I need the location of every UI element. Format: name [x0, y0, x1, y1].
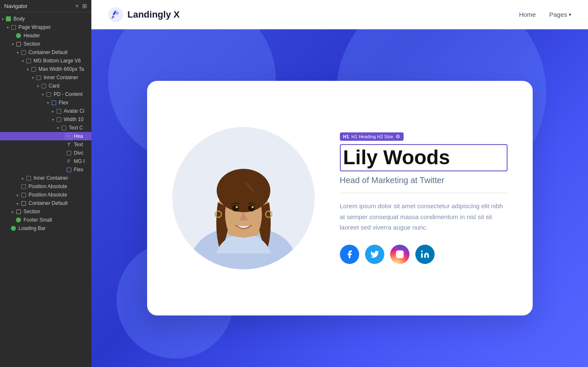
arrow-max-width[interactable] [25, 67, 30, 72]
tree-item-container-default[interactable]: Container Default [0, 48, 91, 57]
logo-icon [108, 7, 123, 22]
label-section2: Section [23, 209, 40, 215]
tree-item-container-default2[interactable]: Container Default [0, 199, 91, 207]
tree-item-max-width[interactable]: Max Width 660px Ta [0, 65, 91, 73]
label-footer-small: Footer Small [23, 217, 52, 223]
tree-item-width10[interactable]: Width 10 [0, 115, 91, 124]
tree-item-footer-small[interactable]: Footer Small [0, 216, 91, 224]
heading-wrapper: Lily Woods [340, 144, 508, 171]
tree-item-divider[interactable]: Divc [0, 149, 91, 157]
main-content: Landingly X Home Pages [91, 0, 588, 367]
arrow-inner-container2[interactable] [20, 176, 25, 181]
arrow-flex1[interactable] [45, 101, 50, 105]
tree-item-position-abs1[interactable]: Position Absolute [0, 182, 91, 191]
badge-h1: H1 [343, 134, 349, 139]
arrow-position-abs2[interactable] [15, 193, 20, 197]
arrow-text-c[interactable] [55, 126, 60, 130]
bio-text: Lorem ipsum dolor sit amet consectetur a… [340, 201, 508, 233]
tree-item-card[interactable]: Card [0, 82, 91, 90]
arrow-container-default[interactable] [15, 50, 20, 55]
tree-item-mg-i[interactable]: P MG I [0, 157, 91, 165]
tree-item-inner-container1[interactable]: Inner Container [0, 73, 91, 82]
person-title: Head of Marketing at Twitter [340, 176, 508, 185]
label-flex2: Flex [74, 167, 83, 173]
close-icon[interactable]: × [75, 3, 79, 9]
label-section1: Section [23, 41, 40, 47]
tree-item-avatar-ci[interactable]: Avatar Ci [0, 107, 91, 115]
tree-item-flex2[interactable]: Flex [0, 165, 91, 174]
navigator-panel: Navigator × ⊞ Body Page Wrapper Header S… [0, 0, 91, 367]
arrow-card[interactable] [35, 84, 40, 88]
twitter-icon[interactable] [365, 245, 384, 264]
label-position-abs1: Position Absolute [28, 184, 67, 189]
svg-point-15 [421, 250, 422, 252]
nav-pages[interactable]: Pages [549, 11, 571, 18]
tree-item-text[interactable]: T Text [0, 140, 91, 149]
panel-title: Navigator [4, 3, 28, 9]
linkedin-icon[interactable] [415, 245, 435, 264]
label-mg-bottom: MG Bottom Large V6 [34, 58, 81, 64]
tree-item-header[interactable]: Header [0, 31, 91, 40]
tree-item-inner-container2[interactable]: Inner Container [0, 174, 91, 182]
arrow-width10[interactable] [50, 117, 55, 122]
label-inner-container1: Inner Container [44, 75, 78, 80]
label-position-abs2: Position Absolute [28, 192, 67, 198]
label-flex1: Flex [59, 100, 68, 106]
arrow-page-wrapper[interactable] [5, 25, 10, 30]
label-max-width: Max Width 660px Ta [39, 66, 84, 72]
tree-item-position-abs2[interactable]: Position Absolute [0, 191, 91, 199]
arrow-container-default2[interactable] [15, 201, 20, 206]
profile-card: H1 H1 Heading H2 Size ⚙ Lily Woods Head … [147, 81, 533, 315]
label-avatar-ci: Avatar Ci [64, 108, 84, 114]
arrow-avatar-ci[interactable] [50, 109, 55, 114]
label-container-default2: Container Default [28, 200, 67, 206]
tree-item-mg-bottom[interactable]: MG Bottom Large V6 [0, 57, 91, 65]
label-inner-container2: Inner Container [34, 175, 68, 181]
tree-item-section1[interactable]: Section [0, 40, 91, 48]
tree-item-flex1[interactable]: Flex [0, 98, 91, 107]
brand-name: Landingly X [127, 9, 180, 20]
svg-rect-14 [421, 253, 422, 258]
panel-header-icons: × ⊞ [75, 3, 87, 9]
tree-item-section2[interactable]: Section [0, 207, 91, 216]
svg-point-6 [232, 205, 239, 212]
tree-item-loading-bar[interactable]: Loading Bar [0, 224, 91, 233]
social-icons [340, 245, 508, 264]
label-page-wrapper: Page Wrapper [18, 24, 51, 30]
tree-item-body[interactable]: Body [0, 15, 91, 23]
layout-icon[interactable]: ⊞ [82, 3, 87, 9]
gear-icon[interactable]: ⚙ [396, 134, 400, 140]
nav-home[interactable]: Home [519, 11, 536, 18]
heading-badge: H1 H1 Heading H2 Size ⚙ [340, 132, 404, 141]
tree-item-page-wrapper[interactable]: Page Wrapper [0, 23, 91, 31]
tree: Body Page Wrapper Header Section Contain… [0, 12, 91, 367]
arrow-pd-content[interactable] [40, 92, 45, 97]
divider [340, 193, 508, 193]
svg-point-0 [108, 7, 123, 22]
arrow-inner-container1[interactable] [30, 75, 35, 80]
arrow-section1[interactable] [10, 42, 15, 47]
facebook-icon[interactable] [340, 245, 359, 264]
label-width10: Width 10 [64, 116, 83, 122]
panel-header: Navigator × ⊞ [0, 0, 91, 12]
label-body: Body [13, 16, 25, 22]
svg-point-7 [248, 205, 255, 212]
badge-label: H1 Heading H2 Size [352, 134, 394, 139]
arrow-mg-bottom[interactable] [20, 59, 25, 63]
nav-links: Home Pages [519, 11, 571, 18]
svg-point-5 [217, 169, 270, 212]
label-text: Text [74, 142, 83, 147]
tree-item-pd-content[interactable]: PD - Content [0, 90, 91, 98]
arrow-body[interactable] [0, 17, 5, 21]
tree-item-heading[interactable]: H1 Hea [0, 132, 91, 140]
tree-item-text-c[interactable]: Text C [0, 124, 91, 132]
hero-section: H1 H1 Heading H2 Size ⚙ Lily Woods Head … [91, 29, 588, 367]
label-mg-i: MG I [74, 158, 85, 164]
card-content: H1 H1 Heading H2 Size ⚙ Lily Woods Head … [340, 132, 508, 264]
instagram-icon[interactable] [390, 245, 409, 264]
arrow-section2[interactable] [10, 209, 15, 214]
label-divider: Divc [74, 150, 83, 156]
avatar [172, 127, 315, 269]
label-heading: Hea [74, 133, 83, 139]
label-loading-bar: Loading Bar [18, 225, 46, 231]
